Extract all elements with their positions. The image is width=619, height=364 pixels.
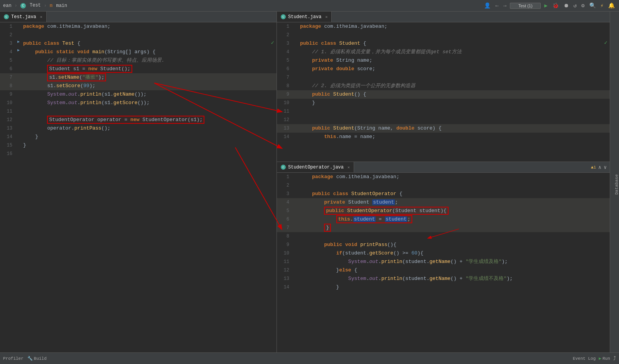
left-tab-bar: C Test.java ✕ — [0, 12, 277, 22]
code-line-1: 1 package com.itheima.javabean; — [0, 22, 277, 31]
back-icon[interactable]: ← — [494, 3, 499, 9]
test-tab-breadcrumb[interactable]: C Test — [20, 3, 41, 8]
rt-line-4: 4 // 1. 必须私有成员变量，并为每个成员变量都提供get set方法 — [277, 48, 610, 56]
rb-line-3: 3 public class StudentOperator { — [277, 190, 610, 198]
student-java-tab[interactable]: C Student.java ✕ — [277, 12, 332, 22]
left-code-area[interactable]: ✓ 1 package com.itheima.javabean; 2 3 ▶ … — [0, 22, 277, 352]
rb-line-14: 14 } — [277, 283, 610, 292]
code-line-15: 15 } — [0, 141, 277, 150]
code-line-5: 5 // 目标：掌握实体类的书写要求、特点、应用场景. — [0, 56, 277, 65]
code-line-14: 14 } — [0, 133, 277, 141]
nav-up-icon[interactable]: ∧ — [598, 164, 601, 170]
nav-down-icon[interactable]: ∨ — [604, 164, 607, 170]
rt-line-10: 10 } — [277, 99, 610, 107]
search-icon[interactable]: 🔍 — [588, 2, 597, 9]
rb-line-2: 2 — [277, 181, 610, 190]
right-panel: C Student.java ✕ ✓ 1 package com.itheima… — [277, 12, 610, 352]
code-line-16: 16 — [0, 150, 277, 158]
rt-line-13: 13 public Student(String name, double sc… — [277, 124, 610, 133]
database-sidebar[interactable]: Database — [610, 12, 619, 352]
rb-line-4: 4 private Student student; — [277, 198, 610, 207]
rb-line-10: 10 if(student.getScore() >= 60){ — [277, 249, 610, 258]
rb-line-13: 13 System.out.println(student.getName() … — [277, 275, 610, 283]
warning-badge: ▲1 — [591, 165, 596, 170]
main-area: C Test.java ✕ ✓ 1 package com.itheima.ja… — [0, 12, 619, 352]
update-icon[interactable]: 🔔 — [607, 2, 616, 9]
right-top-panel: C Student.java ✕ ✓ 1 package com.itheima… — [277, 12, 610, 162]
forward-icon[interactable]: → — [502, 3, 508, 9]
left-panel: C Test.java ✕ ✓ 1 package com.itheima.ja… — [0, 12, 277, 352]
code-line-4: 4 ▶ public static void main(String[] arg… — [0, 48, 277, 56]
right-top-code-area[interactable]: ✓ 1 package com.itheima.javabean; 2 3 pu… — [277, 22, 610, 162]
code-line-13: 13 operator.printPass(); — [0, 124, 277, 133]
topbar-right: 👤 ← → Test (1) ▶ 🐞 ⏺ ↺ ⚙ 🔍 ⚡ 🔔 — [483, 2, 616, 9]
rt-line-12: 12 — [277, 116, 610, 124]
rt-line-2: 2 — [277, 31, 610, 39]
rt-line-3: 3 public class Student { — [277, 39, 610, 48]
settings-icon[interactable]: ⚙ — [580, 2, 585, 9]
code-line-7: 7 s1.setName("播班"); — [0, 73, 277, 82]
code-line-10: 10 System.out.println(s1.getScore()); — [0, 99, 277, 107]
student-java-tab-label: Student.java — [288, 14, 321, 20]
code-line-12: 12 StudentOperator operator = new Studen… — [0, 116, 277, 124]
rb-line-7: 7 } — [277, 224, 610, 232]
run-status-button[interactable]: ▶ Run — [599, 356, 610, 361]
rt-line-14: 14 this.name = name; — [277, 133, 610, 141]
rt-line-5: 5 private String name; — [277, 56, 610, 65]
right-bottom-panel: C StudentOperator.java ✕ ▲1 ∧ ∨ 1 packag… — [277, 162, 610, 352]
right-bottom-code-area[interactable]: 1 package com.itheima.javabean; 2 3 publ… — [277, 173, 610, 352]
rb-line-8: 8 — [277, 232, 610, 241]
student-operator-close-button[interactable]: ✕ — [347, 165, 350, 170]
rb-line-5: 5 public StudentOperator(Student student… — [277, 207, 610, 215]
sep2: › — [44, 3, 47, 8]
navigate-icon[interactable]: ⤴ — [613, 356, 616, 362]
right-top-tab-bar: C Student.java ✕ — [277, 12, 610, 22]
code-line-11: 11 — [0, 107, 277, 116]
rt-line-6: 6 private double score; — [277, 65, 610, 73]
rb-line-1: 1 package com.itheima.javabean; — [277, 173, 610, 181]
help-icon[interactable]: ⚡ — [599, 2, 605, 9]
test-java-tab[interactable]: C Test.java ✕ — [0, 12, 47, 22]
student-close-button[interactable]: ✕ — [325, 15, 327, 19]
sep1: › — [15, 3, 17, 8]
run-icon[interactable]: ▶ — [543, 2, 548, 9]
student-operator-tab[interactable]: C StudentOperator.java ✕ — [277, 162, 354, 172]
rt-line-9: 9 public Student() { — [277, 90, 610, 99]
run-config-button[interactable]: Test (1) — [510, 3, 541, 9]
event-log-label[interactable]: Event Log — [573, 356, 595, 361]
rb-line-6: 6 this.student = student; — [277, 215, 610, 224]
topbar: ean › C Test › m main 👤 ← → Test (1) ▶ 🐞… — [0, 0, 619, 12]
debug-icon[interactable]: 🐞 — [551, 2, 560, 9]
student-operator-tab-label: StudentOperator.java — [288, 165, 344, 170]
rt-line-11: 11 — [277, 107, 610, 116]
run-bottom-icon: ▶ — [599, 356, 602, 361]
bottom-bar: Profiler 🔧 Build Event Log ▶ Run ⤴ — [0, 352, 619, 364]
code-line-8: 8 s1.setScore(99); — [0, 82, 277, 90]
code-line-2: 2 — [0, 31, 277, 39]
wrench-icon: 🔧 — [27, 356, 33, 361]
rt-line-1: 1 package com.itheima.javabean; — [277, 22, 610, 31]
build-button[interactable]: 🔧 Build — [27, 356, 47, 361]
code-line-6: 6 Student s1 = new Student(); — [0, 65, 277, 73]
right-bottom-tab-bar: C StudentOperator.java ✕ ▲1 ∧ ∨ — [277, 162, 610, 173]
rb-line-11: 11 System.out.println(student.getName() … — [277, 258, 610, 266]
rt-line-7: 7 — [277, 73, 610, 82]
brand-label: ean — [3, 3, 12, 8]
person-icon[interactable]: 👤 — [483, 2, 492, 9]
test-java-tab-label: Test.java — [11, 14, 36, 20]
rb-line-12: 12 }else { — [277, 266, 610, 275]
rb-line-9: 9 public void printPass(){ — [277, 241, 610, 249]
database-label[interactable]: Database — [614, 174, 619, 195]
test-close-button[interactable]: ✕ — [40, 15, 42, 19]
coverage-icon[interactable]: ⏺ — [562, 3, 570, 9]
rt-line-8: 8 // 2. 必须为类提供一个公开的无参数构造器 — [277, 82, 610, 90]
code-line-3: 3 ▶ public class Test { — [0, 39, 277, 48]
profiler-button[interactable]: Profiler — [3, 356, 24, 361]
code-line-9: 9 System.out.println(s1.getName()); — [0, 90, 277, 99]
branch-label: m main — [50, 3, 67, 8]
reload-icon[interactable]: ↺ — [572, 2, 578, 9]
